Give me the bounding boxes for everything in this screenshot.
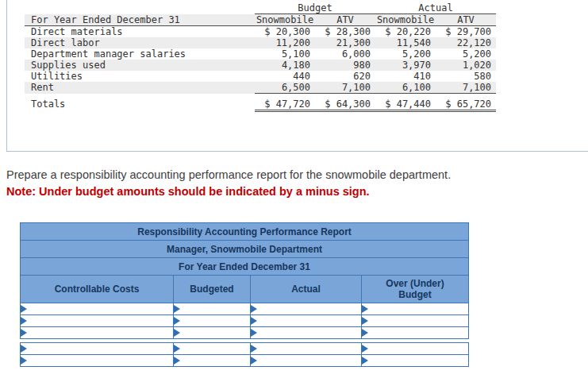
source-table: Budget Actual For Year Ended December 31… <box>25 2 496 112</box>
cell-value: 980 <box>315 60 375 71</box>
cell-value: 6,500 <box>255 82 315 94</box>
cell-dropdown-marker-icon <box>174 357 180 365</box>
cell-value: 580 <box>436 71 496 82</box>
cell-value: 7,100 <box>315 82 375 94</box>
cell-dropdown-marker-icon <box>251 329 257 337</box>
cell-value: 5,200 <box>375 48 436 60</box>
source-row-direct-labor: Direct labor 11,200 21,300 11,540 22,120 <box>25 37 496 48</box>
instruction-note: Note: Under budget amounts should be ind… <box>6 183 588 200</box>
row-label: Supplies used <box>25 60 255 71</box>
cell-value: 410 <box>375 71 436 82</box>
source-totals-row: Totals $ 47,720 $ 64,300 $ 47,440 $ 65,7… <box>25 94 496 111</box>
report-title-row: Responsibility Accounting Performance Re… <box>21 223 469 241</box>
responsibility-report-table: Responsibility Accounting Performance Re… <box>20 222 469 367</box>
cell-value: 21,300 <box>315 37 375 48</box>
report-input-cell-variance[interactable] <box>362 303 469 315</box>
cell-value: 1,020 <box>436 60 496 71</box>
report-input-cell-budgeted[interactable] <box>174 355 251 367</box>
cell-dropdown-marker-icon <box>21 317 27 325</box>
instruction-prompt: Prepare a responsibility accounting perf… <box>6 167 588 183</box>
row-label: Direct labor <box>25 37 255 48</box>
report-input-cell-cost[interactable] <box>21 303 174 315</box>
cell-value: 5,100 <box>255 48 315 60</box>
cell-dropdown-marker-icon <box>174 317 180 325</box>
cell-value: 7,100 <box>436 82 496 94</box>
row-label: Department manager salaries <box>25 48 255 60</box>
col-header-controllable-costs: Controllable Costs <box>21 276 174 303</box>
report-subtitle-row: Manager, Snowmobile Department <box>21 241 469 258</box>
source-row-utilities: Utilities 440 620 410 580 <box>25 71 496 82</box>
report-column-header-row: Controllable Costs Budgeted Actual Over … <box>21 276 469 303</box>
actual-group-header: Actual <box>375 2 496 14</box>
report-input-cell-variance[interactable] <box>362 315 469 327</box>
col-header-actual: Actual <box>251 276 362 303</box>
report-input-row <box>21 355 469 367</box>
report-input-row <box>21 315 469 327</box>
report-input-cell-budgeted[interactable] <box>174 315 251 327</box>
report-period-row: For Year Ended December 31 <box>21 258 469 276</box>
report-input-cell-actual[interactable] <box>251 315 362 327</box>
report-input-row <box>21 343 469 355</box>
col-header-actual-snowmobile: Snowmobile <box>375 14 436 26</box>
row-label: Rent <box>25 82 255 94</box>
report-subtitle: Manager, Snowmobile Department <box>21 241 469 258</box>
report-input-cell-budgeted[interactable] <box>174 303 251 315</box>
cell-dropdown-marker-icon <box>251 345 257 353</box>
cell-value: 620 <box>315 71 375 82</box>
report-input-cell-actual[interactable] <box>251 303 362 315</box>
report-input-cell-budgeted[interactable] <box>174 343 251 355</box>
spacer-cell <box>25 2 255 14</box>
row-label: Utilities <box>25 71 255 82</box>
report-input-cell-variance[interactable] <box>362 355 469 367</box>
cell-dropdown-marker-icon <box>21 329 27 337</box>
row-label: Direct materials <box>25 26 255 38</box>
cell-dropdown-marker-icon <box>251 317 257 325</box>
report-input-cell-variance[interactable] <box>362 327 469 339</box>
budget-group-header: Budget <box>255 2 375 14</box>
cell-dropdown-marker-icon <box>362 317 368 325</box>
source-column-header-row: For Year Ended December 31 Snowmobile AT… <box>25 14 496 26</box>
col-header-budgeted: Budgeted <box>174 276 251 303</box>
source-row-rent: Rent 6,500 7,100 6,100 7,100 <box>25 82 496 94</box>
cell-dropdown-marker-icon <box>21 345 27 353</box>
cell-dropdown-marker-icon <box>174 329 180 337</box>
cell-dropdown-marker-icon <box>21 357 27 365</box>
report-input-cell-variance[interactable] <box>362 343 469 355</box>
cell-value: $ 29,700 <box>436 26 496 38</box>
totals-label: Totals <box>25 94 255 111</box>
cell-value: $ 20,220 <box>375 26 436 38</box>
cell-dropdown-marker-icon <box>362 345 368 353</box>
report-input-cell-cost[interactable] <box>21 327 174 339</box>
report-input-row <box>21 327 469 339</box>
cell-dropdown-marker-icon <box>251 305 257 313</box>
instructions-block: Prepare a responsibility accounting perf… <box>0 152 588 200</box>
cell-value: $ 28,300 <box>315 26 375 38</box>
report-input-cell-actual[interactable] <box>251 343 362 355</box>
source-row-header: For Year Ended December 31 <box>25 14 255 26</box>
report-input-cell-actual[interactable] <box>251 355 362 367</box>
col-header-budget-atv: ATV <box>315 14 375 26</box>
cell-value: 440 <box>255 71 315 82</box>
cell-dropdown-marker-icon <box>362 357 368 365</box>
source-row-department-manager-salaries: Department manager salaries 5,100 6,000 … <box>25 48 496 60</box>
source-group-header-row: Budget Actual <box>25 2 496 14</box>
col-header-actual-atv: ATV <box>436 14 496 26</box>
cell-dropdown-marker-icon <box>174 305 180 313</box>
report-input-row <box>21 303 469 315</box>
report-period: For Year Ended December 31 <box>21 258 469 276</box>
source-data-panel: Budget Actual For Year Ended December 31… <box>6 0 588 152</box>
report-input-cell-budgeted[interactable] <box>174 327 251 339</box>
total-value: $ 47,720 <box>255 94 315 111</box>
source-row-direct-materials: Direct materials $ 20,300 $ 28,300 $ 20,… <box>25 26 496 38</box>
cell-dropdown-marker-icon <box>362 329 368 337</box>
report-input-cell-cost[interactable] <box>21 355 174 367</box>
cell-value: 4,180 <box>255 60 315 71</box>
col-header-budget-snowmobile: Snowmobile <box>255 14 315 26</box>
report-input-cell-cost[interactable] <box>21 343 174 355</box>
cell-value: 11,200 <box>255 37 315 48</box>
cell-value: 5,200 <box>436 48 496 60</box>
cell-dropdown-marker-icon <box>251 357 257 365</box>
report-input-cell-cost[interactable] <box>21 315 174 327</box>
cell-value: 6,000 <box>315 48 375 60</box>
report-input-cell-actual[interactable] <box>251 327 362 339</box>
